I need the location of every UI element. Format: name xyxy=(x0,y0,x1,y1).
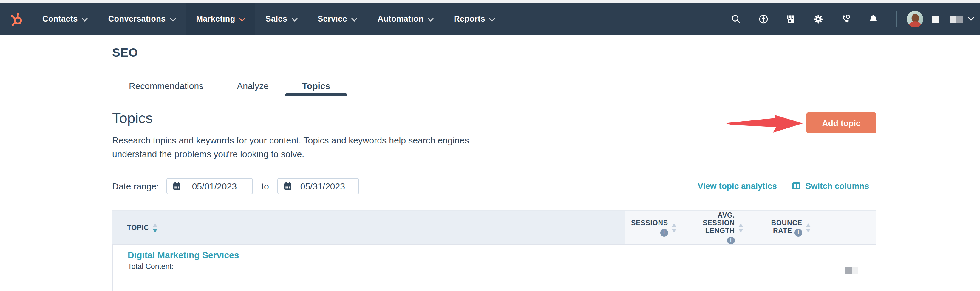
table-actions: View topic analytics Switch columns xyxy=(698,177,869,195)
date-range-row: Date range: 05/01/2023 to xyxy=(112,177,359,195)
next-row-partial xyxy=(112,288,876,291)
table-header: TOPIC SESSIONSi AVG. SESSION LENGTHi xyxy=(112,210,876,245)
nav-item-reports[interactable]: Reports xyxy=(444,3,506,35)
top-strip xyxy=(0,0,980,3)
chevron-down-icon xyxy=(489,18,495,21)
nav-item-label: Sales xyxy=(266,14,288,23)
start-date-input[interactable]: 05/01/2023 xyxy=(167,178,253,194)
nav-item-label: Service xyxy=(318,14,347,23)
account-chevron-down-icon[interactable] xyxy=(967,17,975,21)
topic-subtext: Total Content: xyxy=(128,262,173,271)
redacted-account-name xyxy=(950,15,963,22)
nav-item-automation[interactable]: Automation xyxy=(368,3,444,35)
tab-analyze[interactable]: Analyze xyxy=(220,75,285,96)
nav-item-label: Automation xyxy=(377,14,423,23)
sort-arrows-icon xyxy=(671,223,676,232)
nav-item-label: Marketing xyxy=(196,14,235,23)
redacted-user-initial xyxy=(932,15,939,22)
hubspot-app: Contacts Conversations Marketing Sales S… xyxy=(0,0,980,291)
view-topic-analytics-link[interactable]: View topic analytics xyxy=(698,181,777,190)
tab-topics[interactable]: Topics xyxy=(285,75,347,96)
tab-label: Recommendations xyxy=(129,80,204,91)
nav-item-conversations[interactable]: Conversations xyxy=(98,3,186,35)
notifications-icon[interactable] xyxy=(868,13,878,24)
column-header-sessions[interactable]: SESSIONSi xyxy=(625,211,680,245)
chevron-down-icon xyxy=(291,18,298,21)
topic-link[interactable]: Digital Marketing Services xyxy=(128,250,239,260)
add-topic-button[interactable]: Add topic xyxy=(807,112,876,133)
calendar-icon xyxy=(284,182,292,190)
chevron-down-icon xyxy=(428,18,434,21)
header-divider xyxy=(0,96,980,96)
calendar-icon xyxy=(173,182,181,190)
nav-item-label: Reports xyxy=(454,14,485,23)
info-icon[interactable]: i xyxy=(794,229,802,236)
annotation-arrow xyxy=(725,114,805,133)
hubspot-logo[interactable] xyxy=(0,3,32,35)
info-icon[interactable]: i xyxy=(727,236,735,244)
page-section-title: SEO xyxy=(112,46,138,60)
tab-label: Topics xyxy=(302,80,330,91)
hubspot-sprocket-icon xyxy=(10,11,24,26)
nav-item-marketing[interactable]: Marketing xyxy=(186,3,255,35)
nav-divider xyxy=(896,11,897,27)
settings-icon[interactable] xyxy=(813,13,824,24)
info-icon[interactable]: i xyxy=(660,229,668,236)
column-header-bounce-rate[interactable]: BOUNCE RATEi xyxy=(747,211,876,245)
sort-arrows-icon xyxy=(806,223,811,232)
column-label: SESSIONS xyxy=(631,219,668,226)
marketplace-icon[interactable] xyxy=(786,13,796,24)
page-title: Topics xyxy=(112,110,153,127)
topics-table: TOPIC SESSIONSi AVG. SESSION LENGTHi xyxy=(112,210,876,291)
nav-item-label: Contacts xyxy=(42,14,78,23)
sort-arrows-icon xyxy=(153,223,158,232)
avatar[interactable] xyxy=(907,10,923,27)
nav-toolbar xyxy=(722,3,980,35)
column-label: TOPIC xyxy=(127,224,149,232)
end-date-input[interactable]: 05/31/2023 xyxy=(277,178,359,194)
end-date-value: 05/31/2023 xyxy=(300,181,353,191)
nav-item-label: Conversations xyxy=(108,14,166,23)
redacted-bounce-rate-value xyxy=(845,267,858,274)
switch-columns-link[interactable]: Switch columns xyxy=(792,181,869,190)
avatar-photo xyxy=(907,10,923,27)
search-icon[interactable] xyxy=(731,13,741,24)
chevron-down-icon xyxy=(82,18,88,21)
top-nav: Contacts Conversations Marketing Sales S… xyxy=(0,3,980,35)
nav-item-contacts[interactable]: Contacts xyxy=(32,3,98,35)
chevron-down-icon xyxy=(351,18,357,21)
sort-arrows-icon xyxy=(738,223,743,232)
date-range-to-label: to xyxy=(262,181,269,191)
calling-icon[interactable] xyxy=(840,13,851,24)
nav-menu: Contacts Conversations Marketing Sales S… xyxy=(32,3,506,35)
columns-icon xyxy=(792,182,801,189)
tab-recommendations[interactable]: Recommendations xyxy=(112,75,220,96)
chevron-down-icon xyxy=(239,18,245,21)
chevron-down-icon xyxy=(170,18,176,21)
page-description: Research topics and keywords for your co… xyxy=(112,133,470,161)
nav-item-sales[interactable]: Sales xyxy=(256,3,308,35)
date-range-label: Date range: xyxy=(112,181,159,191)
nav-item-service[interactable]: Service xyxy=(307,3,368,35)
column-label: AVG. SESSION LENGTH xyxy=(703,211,735,234)
tab-label: Analyze xyxy=(237,80,269,91)
start-date-value: 05/01/2023 xyxy=(189,181,247,191)
table-row: Digital Marketing Services Total Content… xyxy=(112,245,876,288)
seo-tabs: Recommendations Analyze Topics xyxy=(112,75,347,96)
switch-columns-label: Switch columns xyxy=(805,181,869,190)
column-header-avg-session-length[interactable]: AVG. SESSION LENGTHi xyxy=(680,211,747,245)
upgrade-icon[interactable] xyxy=(758,13,769,24)
column-header-topic[interactable]: TOPIC xyxy=(112,211,625,245)
